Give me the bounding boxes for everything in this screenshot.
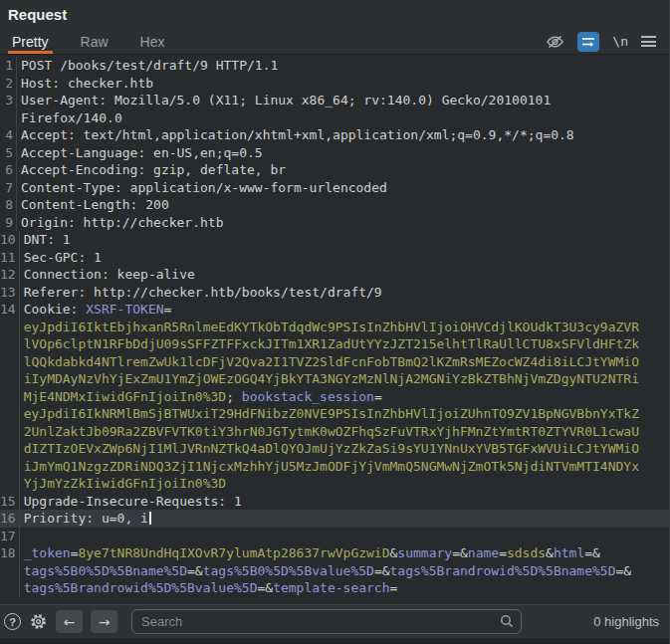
line-number: 10 xyxy=(0,231,20,249)
line-number: 8 xyxy=(0,196,17,214)
line-content: DNT: 1 xyxy=(20,231,669,249)
left-arrow-icon: ← xyxy=(64,614,76,630)
line-content: Host: checker.htb xyxy=(17,75,669,93)
line-number: 12 xyxy=(0,266,20,284)
code-line[interactable]: 4Accept: text/html,application/xhtml+xml… xyxy=(0,126,669,144)
editor-toolbar: \n xyxy=(546,29,669,54)
code-line[interactable]: 1POST /books/test/draft/9 HTTP/1.1 xyxy=(0,57,669,75)
line-content: Priority: u=0, i xyxy=(20,510,669,528)
line-number: 1 xyxy=(0,57,17,75)
code-line[interactable]: 6Accept-Encoding: gzip, deflate, br xyxy=(0,161,669,179)
line-number: 2 xyxy=(0,75,17,93)
line-content: POST /books/test/draft/9 HTTP/1.1 xyxy=(17,57,669,75)
search-input[interactable] xyxy=(131,609,522,634)
panel-header: Request xyxy=(0,0,669,29)
panel-bottom-strip xyxy=(0,638,669,644)
line-content: Content-Length: 200 xyxy=(17,196,669,214)
line-number: 16 xyxy=(0,510,20,528)
code-line[interactable]: 5Accept-Language: en-US,en;q=0.5 xyxy=(0,144,669,162)
tab-hex[interactable]: Hex xyxy=(138,29,167,54)
code-line[interactable]: 8Content-Length: 200 xyxy=(0,196,669,214)
text-caret xyxy=(149,512,151,525)
code-line[interactable]: 16Priority: u=0, i xyxy=(0,510,669,528)
line-number: 11 xyxy=(0,249,20,267)
line-number: 15 xyxy=(0,493,20,511)
line-content: Upgrade-Insecure-Requests: 1 xyxy=(20,493,669,511)
newline-icon[interactable]: \n xyxy=(612,34,628,49)
line-content: Connection: keep-alive xyxy=(20,266,669,284)
line-content: Sec-GPC: 1 xyxy=(20,249,669,267)
settings-gear-icon[interactable] xyxy=(29,612,48,631)
search-bar: ? ← → 0 highlights xyxy=(0,604,669,638)
code-line[interactable]: 15Upgrade-Insecure-Requests: 1 xyxy=(0,493,669,511)
prev-match-button[interactable]: ← xyxy=(56,610,83,633)
line-number: 18 xyxy=(0,544,20,597)
code-line[interactable]: 9Origin: http://checker.htb xyxy=(0,214,669,232)
line-content: Accept-Encoding: gzip, deflate, br xyxy=(17,161,669,179)
line-number: 4 xyxy=(0,126,17,144)
code-line[interactable]: 13Referer: http://checker.htb/books/test… xyxy=(0,284,669,302)
line-number: 5 xyxy=(0,144,17,162)
eye-off-icon[interactable] xyxy=(546,34,564,50)
request-panel: Request Pretty Raw Hex \n xyxy=(0,0,670,644)
code-line[interactable]: 7Content-Type: application/x-www-form-ur… xyxy=(0,179,669,197)
panel-title: Request xyxy=(8,6,67,23)
tab-bar: Pretty Raw Hex \n xyxy=(0,29,669,55)
line-number: 17 xyxy=(0,528,20,545)
tab-raw[interactable]: Raw xyxy=(79,29,111,54)
code-line[interactable]: 11Sec-GPC: 1 xyxy=(0,249,669,267)
line-content: _token=8ye7tNR8UndHqIXOvR7ylumAtp28637rw… xyxy=(20,544,669,597)
tab-pretty[interactable]: Pretty xyxy=(10,29,51,54)
code-line[interactable]: 10DNT: 1 xyxy=(0,231,669,249)
right-arrow-icon: → xyxy=(99,614,111,630)
code-line[interactable]: 17 xyxy=(0,528,669,545)
line-content xyxy=(20,528,669,545)
code-line[interactable]: 12Connection: keep-alive xyxy=(0,266,669,284)
menu-icon[interactable] xyxy=(641,36,656,47)
line-content: Referer: http://checker.htb/books/test/d… xyxy=(20,284,669,302)
code-area[interactable]: 1POST /books/test/draft/9 HTTP/1.12Host:… xyxy=(0,55,669,604)
code-line[interactable]: 14Cookie: XSRF-TOKEN=eyJpdiI6IktEbjhxanR… xyxy=(0,301,669,493)
line-content: Accept-Language: en-US,en;q=0.5 xyxy=(17,144,669,162)
line-number: 3 xyxy=(0,92,17,126)
line-number: 7 xyxy=(0,179,17,197)
line-content: User-Agent: Mozilla/5.0 (X11; Linux x86_… xyxy=(17,92,669,126)
line-number: 14 xyxy=(0,301,20,493)
highlights-count: 0 highlights xyxy=(593,614,659,629)
code-line[interactable]: 2Host: checker.htb xyxy=(0,75,669,93)
code-line[interactable]: 18_token=8ye7tNR8UndHqIXOvR7ylumAtp28637… xyxy=(0,544,669,597)
code-line[interactable]: 3User-Agent: Mozilla/5.0 (X11; Linux x86… xyxy=(0,92,669,126)
search-field-wrap xyxy=(131,609,522,634)
line-number: 13 xyxy=(0,284,20,302)
line-number: 9 xyxy=(0,214,17,232)
line-content: Content-Type: application/x-www-form-url… xyxy=(17,179,669,197)
line-content: Origin: http://checker.htb xyxy=(17,214,669,232)
next-match-button[interactable]: → xyxy=(91,610,117,633)
line-number: 6 xyxy=(0,161,17,179)
word-wrap-icon[interactable] xyxy=(577,32,599,52)
line-content: Cookie: XSRF-TOKEN=eyJpdiI6IktEbjhxanR5R… xyxy=(20,301,669,493)
line-content: Accept: text/html,application/xhtml+xml,… xyxy=(17,126,669,144)
search-icon xyxy=(500,614,514,628)
help-icon[interactable]: ? xyxy=(4,613,21,630)
